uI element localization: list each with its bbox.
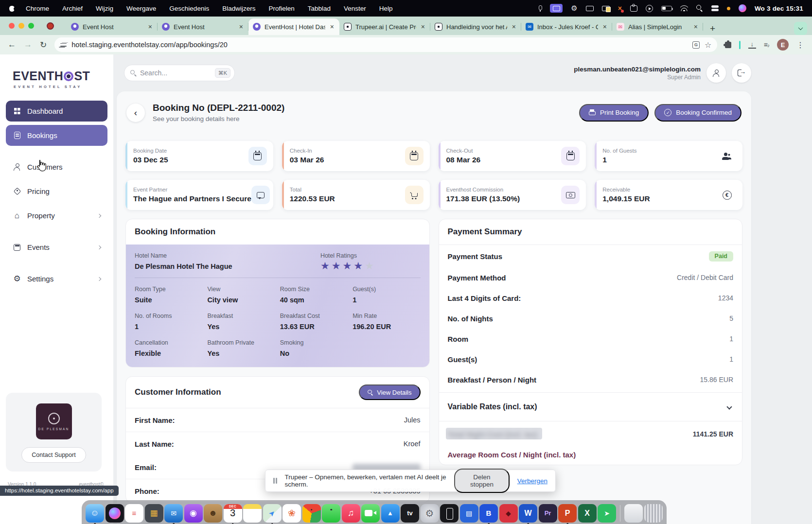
tab-simplelogin[interactable]: ✉Alias | SimpleLogin×: [612, 18, 703, 35]
logout-button[interactable]: [732, 63, 751, 83]
hide-link[interactable]: Verbergen: [517, 477, 547, 485]
display-doc-status-icon[interactable]: [602, 6, 610, 11]
control-center-icon[interactable]: [711, 5, 719, 12]
dock-app-icon[interactable]: [106, 504, 124, 523]
dock-app-icon[interactable]: ▦: [145, 504, 163, 523]
booking-confirmed-button[interactable]: Booking Confirmed: [654, 104, 741, 122]
view-details-button[interactable]: View Details: [359, 384, 420, 400]
tab-close-icon[interactable]: ×: [602, 23, 608, 31]
dock-app-icon[interactable]: [361, 504, 380, 523]
tab-close-icon[interactable]: ×: [238, 23, 244, 31]
menubar-menu-item[interactable]: Profielen: [268, 5, 294, 12]
profile-avatar[interactable]: E: [777, 39, 789, 51]
tab-inbox-outlook[interactable]: ✉Inbox - Jules Kroef - Ou×: [521, 18, 612, 35]
tab-close-icon[interactable]: ×: [511, 23, 517, 31]
dock-app-icon[interactable]: [644, 504, 663, 523]
sidebar-item-property[interactable]: ⌂Property: [6, 205, 107, 226]
forward-button[interactable]: →: [24, 40, 32, 50]
dock-app-icon[interactable]: tv: [401, 504, 419, 523]
menubar-menu-item[interactable]: Help: [379, 5, 393, 12]
variable-rates-row[interactable]: Variable Rates (incl. tax): [439, 395, 742, 419]
notification-x-icon[interactable]: ×: [618, 4, 622, 12]
contact-support-button[interactable]: Contact Support: [21, 447, 86, 463]
tab-close-icon[interactable]: ×: [147, 23, 153, 31]
search-input[interactable]: Search... ⌘K: [124, 65, 235, 81]
playlist-icon[interactable]: ≡♪: [764, 41, 769, 49]
battery-icon[interactable]: [661, 6, 672, 11]
menubar-menu-item[interactable]: Archief: [62, 5, 83, 12]
screen-sharing-icon[interactable]: [550, 4, 563, 13]
site-info-icon[interactable]: [60, 42, 67, 48]
gear-status-icon[interactable]: ⚙: [571, 4, 577, 13]
sidebar-item-events[interactable]: Events: [6, 237, 107, 258]
tab-close-icon[interactable]: ×: [329, 23, 335, 31]
menubar-menu-item[interactable]: Tabblad: [308, 5, 331, 12]
menubar-clock[interactable]: Wo 3 dec 15:31: [755, 5, 803, 12]
dock-app-icon[interactable]: ⚙: [421, 504, 439, 523]
tab-trupeer[interactable]: Trupeer.ai | Create Prod×: [339, 18, 430, 35]
min-window-button[interactable]: [18, 23, 24, 29]
dock-app-icon[interactable]: ➤: [598, 504, 616, 523]
tab-eventhost-dashboard-active[interactable]: EventHost | Hotel Dashb×: [248, 18, 339, 35]
max-window-button[interactable]: [28, 23, 34, 29]
tab-event-host-1[interactable]: Event Host×: [67, 18, 158, 35]
reload-button[interactable]: ↻: [40, 40, 47, 50]
dock-app-icon[interactable]: B: [479, 504, 498, 523]
dock-app-icon[interactable]: [322, 504, 340, 523]
close-window-button[interactable]: [9, 23, 15, 29]
apple-menu-icon[interactable]: [9, 5, 15, 12]
dock-app-icon[interactable]: [624, 504, 643, 523]
tab-event-host-2[interactable]: Event Host×: [158, 18, 248, 35]
wifi-icon[interactable]: [680, 5, 688, 11]
dock-app-icon[interactable]: Pr: [539, 504, 557, 523]
dock-app-icon[interactable]: [302, 504, 321, 523]
dock-app-icon[interactable]: ❀: [282, 504, 301, 523]
dock-app-icon[interactable]: ☺: [86, 504, 104, 523]
window-controls[interactable]: [9, 23, 34, 29]
app-status-icon[interactable]: [630, 5, 637, 12]
tab-search-menu-button[interactable]: [794, 22, 807, 35]
record-indicator-icon[interactable]: [47, 22, 54, 30]
tab-close-icon[interactable]: ×: [693, 23, 699, 31]
sidebar-item-customers[interactable]: Customers: [6, 157, 107, 177]
profile-button[interactable]: [706, 63, 726, 83]
stop-sharing-button[interactable]: Delen stoppen: [454, 469, 510, 493]
dock-app-icon[interactable]: ≡: [125, 504, 143, 523]
menubar-menu-item[interactable]: Weergave: [126, 5, 156, 12]
dock-app-icon[interactable]: ◆: [499, 504, 518, 523]
display-status-icon[interactable]: [586, 6, 594, 11]
dock-app-icon[interactable]: X: [578, 504, 597, 523]
sidebar-item-pricing[interactable]: Pricing: [6, 181, 107, 202]
menubar-menu-item[interactable]: Bladwijzers: [222, 5, 255, 12]
dock-app-icon[interactable]: [440, 504, 459, 523]
dock-app-icon[interactable]: ◉: [184, 504, 203, 523]
spotlight-search-icon[interactable]: [696, 5, 703, 12]
url-text[interactable]: hotel.staging.eventhotelstay.com/app/boo…: [71, 41, 688, 49]
back-circle-button[interactable]: ‹: [126, 104, 145, 122]
chrome-menu-icon[interactable]: ⋮: [796, 40, 804, 50]
sidebar-item-bookings[interactable]: Bookings: [6, 125, 107, 146]
menubar-menu-item[interactable]: Wijzig: [96, 5, 113, 12]
menubar-menu-item[interactable]: Geschiedenis: [169, 5, 209, 12]
sidebar-item-dashboard[interactable]: Dashboard: [6, 101, 107, 122]
dock-app-icon[interactable]: ✉: [164, 504, 183, 523]
downloads-icon[interactable]: ↓: [748, 41, 756, 49]
menubar-menu-item[interactable]: Venster: [344, 5, 366, 12]
play-circle-icon[interactable]: [646, 5, 653, 12]
dock-app-icon[interactable]: [243, 504, 262, 523]
bookmark-star-icon[interactable]: ☆: [705, 40, 711, 50]
new-tab-button[interactable]: +: [703, 23, 722, 35]
tab-handleiding[interactable]: Handleiding voor het Aa×: [430, 18, 521, 35]
dock-app-icon[interactable]: ♫: [342, 504, 360, 523]
back-button[interactable]: ←: [8, 40, 16, 50]
dock-app-icon[interactable]: DEC 3: [224, 504, 242, 523]
dock-app-icon[interactable]: [618, 504, 623, 523]
dock-app-icon[interactable]: P: [558, 504, 577, 523]
address-bar[interactable]: hotel.staging.eventhotelstay.com/app/boo…: [54, 37, 717, 52]
dock-app-icon[interactable]: ☻: [204, 504, 222, 523]
sidebar-item-settings[interactable]: ⚙Settings: [6, 268, 107, 289]
translate-icon[interactable]: G: [692, 41, 700, 49]
dock-app-icon[interactable]: ▤: [460, 504, 478, 523]
tab-close-icon[interactable]: ×: [420, 23, 426, 31]
dock-app-icon[interactable]: ➤: [263, 504, 282, 523]
